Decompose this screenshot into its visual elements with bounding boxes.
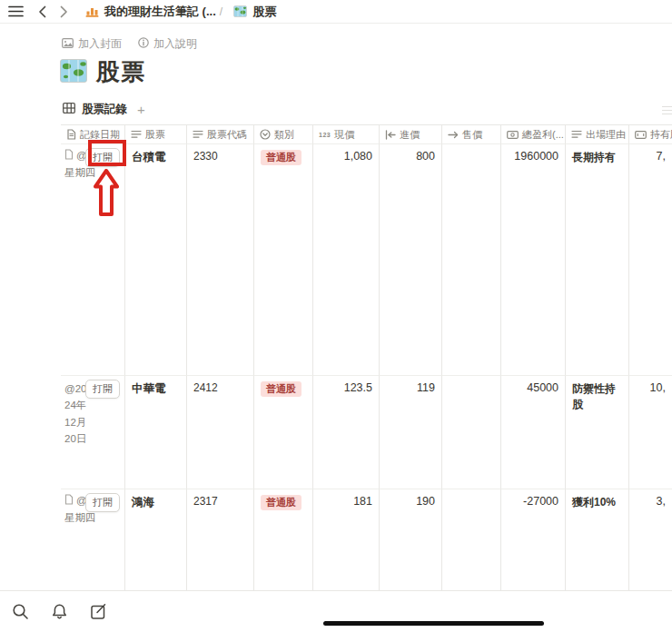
open-row-button[interactable]: 打開 xyxy=(85,380,120,399)
column-header-label: 持有股 xyxy=(650,128,672,142)
cell-stock[interactable]: 台積電 xyxy=(125,144,187,376)
cell-sell-price[interactable] xyxy=(442,376,501,489)
hamburger-menu-icon[interactable] xyxy=(7,5,24,18)
page-title: 股票 xyxy=(96,56,145,88)
cell-buy-price[interactable]: 800 xyxy=(380,144,442,376)
add-description-label: 加入說明 xyxy=(153,36,197,52)
cell-category[interactable]: 普通股 xyxy=(254,144,313,376)
cell-category[interactable]: 普通股 xyxy=(254,489,313,590)
cell-stock[interactable]: 中華電 xyxy=(125,376,187,489)
cell-buy-price[interactable]: 190 xyxy=(380,489,442,590)
stock-records-table: 記錄日期 股票 股票代碼 類別 123 現價 進價 售價 總盈利(... xyxy=(61,124,672,590)
breadcrumb-label: 我的理財生活筆記 (... xyxy=(104,4,216,20)
cell-holding[interactable]: 10, xyxy=(629,376,672,489)
breadcrumb-separator: / xyxy=(220,5,222,18)
notion-app-window: 我的理財生活筆記 (... / 股票 加入封面 加入說明 股票 xyxy=(0,0,672,632)
bottom-toolbar xyxy=(0,590,672,632)
breadcrumb-label: 股票 xyxy=(252,4,276,20)
column-header-holding[interactable]: 持有股 xyxy=(629,125,672,144)
cell-current-price[interactable]: 181 xyxy=(313,489,380,590)
cell-stock-code[interactable]: 2330 xyxy=(187,144,254,376)
cell-exit-reason[interactable]: 防禦性持股 xyxy=(566,376,629,489)
page-mention-icon xyxy=(64,494,74,507)
arrow-right-icon xyxy=(448,130,459,140)
cell-stock-code[interactable]: 2317 xyxy=(187,489,254,590)
picture-icon xyxy=(62,38,74,51)
cell-exit-reason[interactable]: 長期持有 xyxy=(566,144,629,376)
column-header-buy-price[interactable]: 進價 xyxy=(380,125,442,144)
cell-holding[interactable]: 3, xyxy=(629,489,672,590)
category-badge: 普通股 xyxy=(261,150,301,165)
add-view-button[interactable]: + xyxy=(137,102,145,117)
forward-button[interactable] xyxy=(56,5,71,18)
open-row-button[interactable]: 打開 xyxy=(85,493,120,512)
column-header-label: 售價 xyxy=(462,128,482,142)
category-badge: 普通股 xyxy=(261,381,301,397)
column-header-category[interactable]: 類別 xyxy=(254,125,313,144)
cell-current-price[interactable]: 123.5 xyxy=(313,376,380,489)
cell-stock[interactable]: 鴻海 xyxy=(125,489,187,590)
column-header-label: 股票代碼 xyxy=(207,128,247,142)
page-mention-icon xyxy=(64,149,74,162)
top-navbar: 我的理財生活筆記 (... / 股票 xyxy=(0,0,672,24)
text-property-icon xyxy=(571,130,582,139)
view-tab-row: 股票記錄 + xyxy=(63,101,145,117)
cell-current-price[interactable]: 1,080 xyxy=(313,144,380,376)
column-header-exit-reason[interactable]: 出場理由 xyxy=(566,125,629,144)
cell-holding[interactable]: 7, xyxy=(629,144,672,376)
title-property-icon xyxy=(66,129,76,140)
column-header-stock[interactable]: 股票 xyxy=(125,125,187,144)
page-icon-world-map[interactable] xyxy=(60,59,87,86)
column-header-stock-code[interactable]: 股票代碼 xyxy=(187,125,254,144)
cell-category[interactable]: 普通股 xyxy=(254,376,313,489)
table-view-icon xyxy=(63,101,75,117)
annotation-up-arrow-icon xyxy=(94,169,119,216)
column-header-label: 現價 xyxy=(334,128,354,142)
add-cover-button[interactable]: 加入封面 xyxy=(62,36,122,52)
cell-record-date[interactable]: @ 星期四 打開 xyxy=(61,489,125,590)
add-cover-label: 加入封面 xyxy=(78,36,122,52)
home-indicator-bar xyxy=(323,621,544,626)
column-header-total-profit[interactable]: 總盈利(... xyxy=(501,125,566,144)
add-description-button[interactable]: 加入說明 xyxy=(138,36,197,52)
cell-record-date[interactable]: @2024年12月20日 打開 xyxy=(61,376,125,489)
world-map-icon xyxy=(233,5,247,17)
back-button[interactable] xyxy=(35,5,49,18)
cell-sell-price[interactable] xyxy=(442,144,501,376)
annotation-highlight-box xyxy=(88,140,126,166)
breadcrumb-item-notebook[interactable]: 我的理財生活筆記 (... xyxy=(85,4,216,20)
column-header-label: 股票 xyxy=(145,128,165,142)
text-property-icon xyxy=(131,130,142,139)
number-property-icon: 123 xyxy=(319,132,331,138)
page-actions: 加入封面 加入說明 xyxy=(62,36,197,52)
cell-total-profit[interactable]: 45000 xyxy=(501,376,566,489)
breadcrumb-item-stocks[interactable]: 股票 xyxy=(233,4,276,20)
info-icon xyxy=(138,37,149,51)
page-title-row: 股票 xyxy=(60,56,145,88)
column-header-label: 進價 xyxy=(400,128,420,142)
search-icon[interactable] xyxy=(12,603,29,620)
bar-chart-icon xyxy=(85,5,99,17)
cell-sell-price[interactable] xyxy=(442,489,501,590)
notifications-bell-icon[interactable] xyxy=(51,603,68,620)
text-property-icon xyxy=(193,130,203,139)
category-badge: 普通股 xyxy=(261,495,301,510)
banknote-icon xyxy=(507,130,519,140)
cell-total-profit[interactable]: -27000 xyxy=(501,489,566,590)
cell-stock-code[interactable]: 2412 xyxy=(187,376,254,489)
column-header-label: 類別 xyxy=(274,128,294,142)
banknote-icon xyxy=(635,130,647,140)
view-tab-stock-records[interactable]: 股票記錄 xyxy=(82,102,127,117)
column-header-current-price[interactable]: 123 現價 xyxy=(313,125,380,144)
cell-total-profit[interactable]: 1960000 xyxy=(501,144,566,376)
select-property-icon xyxy=(260,129,271,140)
cell-exit-reason[interactable]: 獲利10% xyxy=(566,489,629,590)
cell-buy-price[interactable]: 119 xyxy=(380,376,442,489)
column-header-label: 出場理由 xyxy=(586,128,626,142)
column-header-label: 總盈利(... xyxy=(522,128,564,142)
arrow-to-bar-icon xyxy=(385,130,396,140)
weekday-text: 星期四 xyxy=(64,511,121,525)
compose-new-page-icon[interactable] xyxy=(90,603,107,620)
view-options-icon[interactable] xyxy=(662,104,672,114)
column-header-sell-price[interactable]: 售價 xyxy=(442,125,501,144)
